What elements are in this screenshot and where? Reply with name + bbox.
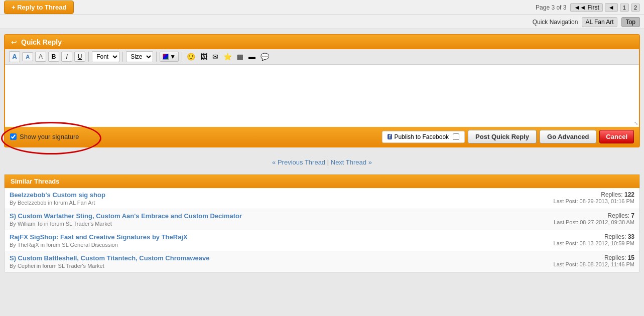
publish-facebook-button[interactable]: f Publish to Facebook xyxy=(382,131,465,143)
strikethrough-button[interactable]: A xyxy=(35,52,46,62)
decrease-font-button[interactable]: A xyxy=(22,52,33,61)
thread-info: RajFX SigShop: Fast and Creative Signatu… xyxy=(10,233,544,248)
thread-stats: Replies: 33 Last Post: 08-13-2012, 10:59… xyxy=(554,233,634,246)
toolbar-sep-3 xyxy=(156,52,157,62)
underline-button[interactable]: U xyxy=(74,52,85,62)
similar-threads-header: Similar Threads xyxy=(5,175,639,188)
quick-nav-dropdown[interactable]: AL Fan Art xyxy=(582,17,617,27)
replies-label: Replies: xyxy=(601,191,622,198)
color-button[interactable]: ▼ xyxy=(160,52,179,62)
star-button[interactable]: ⭐ xyxy=(222,52,233,62)
toolbar-sep-4 xyxy=(182,52,182,62)
last-post-info: Last Post: 08-27-2012, 09:38 AM xyxy=(554,219,634,225)
last-post-info: Last Post: 08-13-2012, 10:59 PM xyxy=(554,240,634,246)
thread-info: Beelzzebob's Custom sig shop By Beelzzeb… xyxy=(10,191,544,206)
replies-count: 15 xyxy=(628,254,634,261)
thread-stats: Replies: 15 Last Post: 08-08-2012, 11:46… xyxy=(554,254,634,267)
pagination-area: Page 3 of 3 ◄◄ First ◄ 1 2 xyxy=(536,3,640,12)
top-button[interactable]: Top xyxy=(621,17,640,27)
toolbar-sep-2 xyxy=(122,52,123,62)
quick-nav-label: Quick Navigation xyxy=(533,19,578,26)
quick-reply-title: Quick Reply xyxy=(21,38,62,46)
last-post-info: Last Post: 08-08-2012, 11:46 PM xyxy=(554,261,634,267)
thread-title-link[interactable]: RajFX SigShop: Fast and Creative Signatu… xyxy=(10,233,188,241)
first-page-button[interactable]: ◄◄ First xyxy=(570,3,602,12)
publish-fb-label: Publish to Facebook xyxy=(394,133,449,140)
replies-label: Replies: xyxy=(604,254,626,261)
signature-checkbox[interactable] xyxy=(10,133,17,140)
hr-button[interactable]: ▬ xyxy=(247,52,257,62)
page-info: Page 3 of 3 xyxy=(536,4,566,11)
similar-thread-row: S) Custom Battleshell, Custom Titantech,… xyxy=(5,251,639,272)
color-dropdown-arrow: ▼ xyxy=(170,53,176,60)
thread-meta: By William To in forum SL Trader's Marke… xyxy=(10,221,544,227)
thread-navigation: « Previous Thread | Next Thread » xyxy=(0,152,644,172)
toolbar-sep-1 xyxy=(88,52,89,62)
thread-nav-separator: | xyxy=(327,159,329,166)
quick-reply-header: ↩ Quick Reply xyxy=(5,35,639,49)
reply-to-thread-button[interactable]: + Reply to Thread xyxy=(4,1,74,14)
editor-toolbar: A A A B I U Font Size ▼ 🙂 🖼 ✉ ⭐ ▦ ▬ 💬 xyxy=(5,49,639,65)
signature-label[interactable]: Show your signature xyxy=(20,133,79,140)
thread-title-link[interactable]: S) Custom Battleshell, Custom Titantech,… xyxy=(10,254,210,262)
quick-reply-container: ↩ Quick Reply A A A B I U Font Size ▼ 🙂 … xyxy=(4,34,640,147)
thread-stats: Replies: 122 Last Post: 08-29-2013, 01:1… xyxy=(554,191,634,204)
similar-thread-row: RajFX SigShop: Fast and Creative Signatu… xyxy=(5,230,639,251)
increase-font-button[interactable]: A xyxy=(9,51,20,62)
thread-info: S) Custom Battleshell, Custom Titantech,… xyxy=(10,254,544,269)
page-2-button[interactable]: 2 xyxy=(631,4,640,12)
replies-count: 122 xyxy=(624,191,634,198)
prev-page-button[interactable]: ◄ xyxy=(605,3,618,12)
emoji-button[interactable]: 🙂 xyxy=(185,52,197,62)
similar-threads-container: Similar Threads Beelzzebob's Custom sig … xyxy=(4,174,640,272)
signature-area: Show your signature xyxy=(10,133,79,140)
post-quick-reply-button[interactable]: Post Quick Reply xyxy=(468,130,537,143)
bold-button[interactable]: B xyxy=(48,52,59,62)
thread-stats: Replies: 7 Last Post: 08-27-2012, 09:38 … xyxy=(554,212,634,225)
reply-editor[interactable] xyxy=(5,65,639,125)
reply-icon: ↩ xyxy=(11,38,17,46)
similar-thread-row: S) Custom Warfather Sting, Custom Aan's … xyxy=(5,209,639,230)
action-buttons-area: f Publish to Facebook Post Quick Reply G… xyxy=(382,130,634,143)
font-select[interactable]: Font xyxy=(92,51,119,62)
replies-info: Replies: 122 xyxy=(554,191,634,198)
table-button[interactable]: ▦ xyxy=(235,52,245,62)
similar-thread-row: Beelzzebob's Custom sig shop By Beelzzeb… xyxy=(5,188,639,209)
quote-button[interactable]: 💬 xyxy=(259,52,271,62)
email-button[interactable]: ✉ xyxy=(211,52,220,62)
thread-title-link[interactable]: S) Custom Warfather Sting, Custom Aan's … xyxy=(10,212,242,220)
italic-button[interactable]: I xyxy=(61,52,72,62)
facebook-icon: f xyxy=(388,134,392,139)
resize-handle[interactable]: ⤡ xyxy=(634,120,638,126)
thread-meta: By Cephei in forum SL Trader's Market xyxy=(10,263,544,269)
top-bar: + Reply to Thread Page 3 of 3 ◄◄ First ◄… xyxy=(0,0,644,15)
thread-meta: By TheRajX in forum SL General Discussio… xyxy=(10,242,544,248)
prev-thread-link[interactable]: « Previous Thread xyxy=(272,159,325,166)
facebook-checkbox[interactable] xyxy=(453,133,459,140)
go-advanced-button[interactable]: Go Advanced xyxy=(540,130,596,143)
replies-label: Replies: xyxy=(608,212,629,219)
size-select[interactable]: Size xyxy=(126,51,153,62)
next-thread-link[interactable]: Next Thread » xyxy=(331,159,372,166)
similar-threads-list: Beelzzebob's Custom sig shop By Beelzzeb… xyxy=(5,188,639,272)
cancel-button[interactable]: Cancel xyxy=(599,130,634,143)
replies-info: Replies: 33 xyxy=(554,233,634,240)
replies-info: Replies: 7 xyxy=(554,212,634,219)
thread-meta: By Beelzzebob in forum AL Fan Art xyxy=(10,200,544,206)
editor-wrapper: ⤡ xyxy=(5,65,639,127)
page-1-button[interactable]: 1 xyxy=(620,4,629,12)
replies-info: Replies: 15 xyxy=(554,254,634,261)
last-post-info: Last Post: 08-29-2013, 01:16 PM xyxy=(554,198,634,204)
thread-info: S) Custom Warfather Sting, Custom Aan's … xyxy=(10,212,544,227)
color-swatch xyxy=(163,54,169,60)
replies-count: 33 xyxy=(628,233,634,240)
quick-nav-bar: Quick Navigation AL Fan Art Top xyxy=(0,15,644,29)
thread-title-link[interactable]: Beelzzebob's Custom sig shop xyxy=(10,191,105,199)
reply-bottom-bar: Show your signature f Publish to Faceboo… xyxy=(5,127,639,146)
image-button[interactable]: 🖼 xyxy=(199,52,209,62)
replies-count: 7 xyxy=(631,212,634,219)
replies-label: Replies: xyxy=(604,233,626,240)
